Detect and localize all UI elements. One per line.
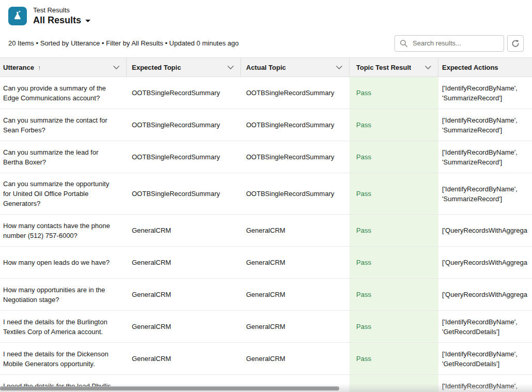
chevron-down-icon[interactable] [113, 65, 120, 70]
table-row: Can you provide a summary of the Edge Co… [0, 77, 532, 109]
list-view-label: All Results [33, 14, 81, 26]
column-header-utterance[interactable]: Utterance↑ [0, 58, 127, 77]
cell-expected-topic [127, 375, 241, 381]
cell-expected-actions: ['QueryRecordsWithAggrega [438, 284, 532, 305]
table-header-row: Utterance↑Expected TopicActual TopicTopi… [0, 57, 532, 77]
table-row: I need the details for the Dickenson Mob… [0, 343, 532, 375]
column-header-label: Expected Topic [132, 64, 181, 71]
cell-expected-actions: ['QueryRecordsWithAggrega [438, 220, 532, 241]
object-header: Test Results All Results [0, 0, 532, 29]
test-results-flask-icon [8, 7, 27, 25]
chevron-down-icon[interactable] [227, 65, 234, 70]
pass-label: Pass [356, 152, 371, 162]
column-header-label: Expected Actions [442, 64, 498, 71]
cell-actual-topic: OOTBSingleRecordSummary [241, 152, 349, 162]
table-body: Can you provide a summary of the Edge Co… [0, 77, 532, 392]
flask-icon [12, 10, 23, 22]
cell-actual-topic: OOTBSingleRecordSummary [241, 120, 349, 130]
chevron-down-icon[interactable] [424, 65, 432, 70]
cell-topic-test-result: Pass [349, 311, 438, 342]
list-meta-text: 20 Items • Sorted by Utterance • Filter … [8, 39, 239, 47]
cell-utterance: I need the details for the Dickenson Mob… [0, 343, 127, 374]
cell-actual-topic: OOTBSingleRecordSummary [241, 88, 349, 98]
cell-expected-topic: OOTBSingleRecordSummary [127, 189, 241, 199]
cell-topic-test-result: Pass [349, 141, 438, 173]
pass-label: Pass [356, 290, 371, 299]
cell-topic-test-result: Pass [349, 173, 438, 214]
horizontal-scrollbar-thumb[interactable] [0, 386, 339, 390]
caret-down-icon [85, 20, 90, 22]
refresh-button[interactable] [507, 35, 524, 52]
cell-expected-actions: ['IdentifyRecordByName', [438, 375, 532, 392]
cell-actual-topic: GeneralCRM [241, 354, 349, 364]
cell-expected-topic: OOTBSingleRecordSummary [127, 120, 241, 130]
column-header-label: Utterance [3, 64, 34, 71]
table-row: Can you summarize the contact for Sean F… [0, 109, 532, 141]
cell-expected-actions: ['IdentifyRecordByName', 'SummarizeRecor… [438, 178, 532, 209]
pass-label: Pass [356, 322, 371, 331]
cell-expected-topic: OOTBSingleRecordSummary [127, 88, 241, 98]
refresh-icon [511, 39, 520, 48]
pass-label: Pass [356, 354, 371, 364]
cell-expected-topic: GeneralCRM [127, 258, 241, 267]
cell-topic-test-result: Pass [349, 109, 438, 141]
search-box [394, 35, 504, 52]
cell-utterance: Can you provide a summary of the Edge Co… [0, 78, 127, 109]
table-row: How many open leads do we have?GeneralCR… [0, 247, 532, 279]
column-header-topic-test-result[interactable]: Topic Test Result [349, 58, 438, 77]
entity-label: Test Results [33, 6, 90, 14]
cell-utterance: How many contacts have the phone number … [0, 215, 127, 246]
column-header-label: Actual Topic [246, 64, 286, 71]
table-row: How many contacts have the phone number … [0, 215, 532, 247]
table-row: How many opportunities are in the Negoti… [0, 279, 532, 311]
cell-utterance: How many open leads do we have? [0, 252, 127, 273]
cell-expected-topic: GeneralCRM [127, 354, 241, 364]
cell-topic-test-result: Pass [349, 77, 438, 109]
cell-expected-actions: ['IdentifyRecordByName', 'SummarizeRecor… [438, 142, 532, 173]
cell-utterance: Can you summarize the opportunity for Un… [0, 173, 127, 214]
cell-utterance: Can you summarize the lead for Bertha Bo… [0, 142, 127, 173]
results-table: Utterance↑Expected TopicActual TopicTopi… [0, 57, 532, 392]
cell-expected-actions: ['IdentifyRecordByName', 'GetRecordDetai… [438, 311, 532, 342]
list-view-selector[interactable]: All Results [33, 14, 90, 26]
list-toolbar: 20 Items • Sorted by Utterance • Filter … [0, 29, 532, 57]
cell-actual-topic: GeneralCRM [241, 290, 349, 299]
column-header-actual-topic[interactable]: Actual Topic [241, 58, 349, 77]
sort-ascending-icon: ↑ [38, 64, 41, 71]
cell-expected-actions: ['IdentifyRecordByName', 'SummarizeRecor… [438, 110, 532, 141]
chevron-down-icon[interactable] [336, 65, 343, 70]
pass-label: Pass [356, 225, 371, 235]
pass-label: Pass [356, 258, 371, 267]
cell-utterance: Can you summarize the contact for Sean F… [0, 110, 127, 141]
cell-topic-test-result: Pass [349, 343, 438, 374]
cell-expected-actions: ['IdentifyRecordByName', 'GetRecordDetai… [438, 343, 532, 374]
cell-expected-topic: GeneralCRM [127, 290, 241, 299]
cell-actual-topic: OOTBSingleRecordSummary [241, 189, 349, 199]
cell-topic-test-result: Pass [349, 215, 438, 246]
column-header-expected-topic[interactable]: Expected Topic [127, 58, 241, 77]
cell-topic-test-result: Pass [349, 279, 438, 310]
cell-actual-topic: GeneralCRM [241, 225, 349, 235]
cell-actual-topic [241, 375, 349, 381]
cell-actual-topic: GeneralCRM [241, 322, 349, 331]
table-row: Can you summarize the opportunity for Un… [0, 173, 532, 215]
cell-utterance: How many opportunities are in the Negoti… [0, 279, 127, 310]
cell-topic-test-result: Pass [349, 247, 438, 278]
search-input[interactable] [394, 35, 504, 52]
cell-actual-topic: GeneralCRM [241, 258, 349, 267]
cell-expected-topic: GeneralCRM [127, 225, 241, 235]
cell-expected-topic: GeneralCRM [127, 322, 241, 331]
cell-topic-test-result [349, 375, 438, 392]
cell-expected-actions: ['IdentifyRecordByName', 'SummarizeRecor… [438, 78, 532, 109]
column-header-label: Topic Test Result [356, 64, 411, 71]
table-row: Can you summarize the lead for Bertha Bo… [0, 141, 532, 173]
table-row: I need the details for the Burlington Te… [0, 311, 532, 343]
cell-expected-topic: OOTBSingleRecordSummary [127, 152, 241, 162]
pass-label: Pass [356, 189, 371, 199]
cell-expected-actions: ['QueryRecordsWithAggrega [438, 252, 532, 273]
pass-label: Pass [356, 120, 371, 130]
column-header-expected-actions[interactable]: Expected Actions [438, 58, 532, 77]
cell-utterance: I need the details for the Burlington Te… [0, 311, 127, 342]
pass-label: Pass [356, 88, 371, 98]
